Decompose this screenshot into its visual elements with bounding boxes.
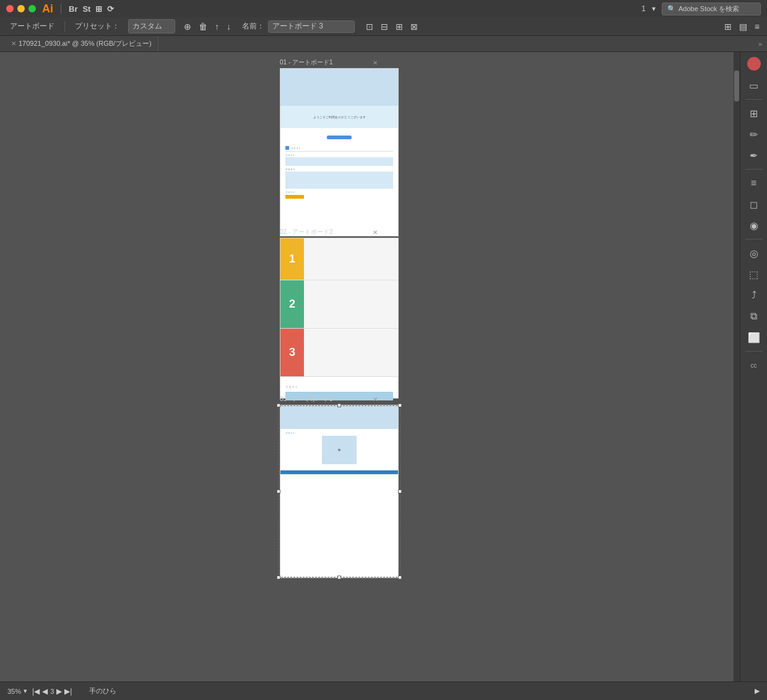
arrange-icon[interactable]: ⊠ — [408, 20, 420, 33]
status-bar: 35% ▾ |◀ ◀ 3 ▶ ▶| 手のひら ▶ — [0, 681, 767, 700]
handle-ml[interactable] — [277, 490, 280, 493]
layers-icon[interactable]: ⧉ — [744, 308, 764, 325]
title-bar: Ai Br St ⊞ ⟳ 1 ▾ 🔍 Adobe Stock を検索 — [0, 0, 767, 17]
artboard-3-label: 03 - アートボード3 ✕ — [280, 395, 378, 404]
search-icon: 🔍 — [667, 5, 676, 13]
ab2-content-2 — [304, 280, 398, 328]
menu-bar: アートボード プリセット： カスタム ⊕ 🗑 ↑ ↓ 名前： ⊡ ⊟ ⊞ ⊠ ⊞… — [0, 17, 767, 36]
distribute-v-icon[interactable]: ⊞ — [393, 20, 405, 33]
handle-tl[interactable] — [277, 404, 280, 407]
ab1-field-1: テキスト — [285, 153, 393, 166]
artboard-3-close[interactable]: ✕ — [336, 396, 378, 403]
brush-icon[interactable]: ✏ — [744, 126, 764, 143]
transform-icon[interactable]: ◻ — [744, 196, 764, 213]
panel-separator-3 — [745, 239, 763, 240]
tab-close-icon[interactable]: ✕ — [11, 40, 16, 47]
prev-page-icon[interactable]: ◀ — [42, 687, 48, 696]
cc-libraries-icon[interactable]: cc — [744, 356, 764, 374]
ab1-hero-text: ようこそご利用ありがとうございます — [313, 115, 366, 119]
scrollbar-thumb[interactable] — [734, 71, 739, 102]
maximize-button[interactable] — [28, 5, 36, 12]
current-tool: 手のひら — [89, 686, 116, 696]
new-artboard-icon[interactable]: ⊕ — [181, 20, 194, 33]
handle-tm[interactable] — [337, 404, 341, 407]
sync-icon[interactable]: ⟳ — [107, 4, 114, 14]
bridge-icon[interactable]: Br — [69, 4, 77, 14]
search-box[interactable]: 🔍 Adobe Stock を検索 — [662, 2, 761, 15]
first-page-icon[interactable]: |◀ — [32, 687, 40, 696]
ab1-checkbox-label: テキスト — [291, 147, 301, 150]
last-page-icon[interactable]: ▶| — [64, 687, 72, 696]
search-placeholder: Adobe Stock を検索 — [678, 4, 739, 14]
export-icon[interactable]: ⤴ — [744, 287, 764, 304]
radial-icon[interactable]: ◎ — [744, 244, 764, 262]
preset-label: プリセット： — [70, 19, 124, 33]
handle-mr[interactable] — [398, 490, 402, 493]
ab2-footer-text: テキスト — [285, 385, 298, 389]
ab1-textarea-label: テキスト — [285, 168, 393, 171]
ab2-content-3 — [304, 329, 398, 376]
pencil-icon[interactable]: ✒ — [744, 147, 764, 164]
ab1-field-1-label: テキスト — [285, 153, 393, 157]
ab2-num-2: 2 — [280, 280, 304, 328]
handle-bm[interactable] — [337, 576, 341, 579]
ab3-section-label: テキスト — [285, 431, 393, 434]
move-up-icon[interactable]: ↑ — [212, 20, 222, 33]
scrollbar-vertical[interactable] — [734, 52, 740, 681]
gradient-panel-icon[interactable]: ▭ — [744, 77, 764, 94]
view-icon[interactable]: ▤ — [737, 20, 750, 33]
panel-separator-2 — [745, 169, 763, 170]
appearance-icon[interactable]: ◉ — [744, 217, 764, 234]
name-label: 名前： — [242, 21, 264, 32]
preset-dropdown[interactable]: カスタム — [128, 19, 175, 33]
ab2-row-3: 3 — [280, 329, 398, 377]
artboard-3-wrapper: 03 - アートボード3 ✕ テキスト — [280, 395, 399, 578]
menu-icon2[interactable]: ≡ — [752, 20, 762, 33]
tab-label: 170921_0930.ai* @ 35% (RGB/プレビュー) — [19, 39, 152, 48]
artboard-menu-item[interactable]: アートボード — [5, 19, 59, 33]
ab2-num-3: 3 — [280, 329, 304, 376]
artboard-1-close[interactable]: ✕ — [336, 59, 378, 66]
ab1-cta-button[interactable] — [327, 136, 352, 139]
align-icon[interactable]: ≡ — [744, 175, 764, 192]
handle-tr[interactable] — [398, 404, 402, 407]
artboard-3: テキスト — [280, 405, 399, 578]
status-zoom: 35% ▾ — [7, 687, 27, 695]
perspective-icon[interactable]: ⬚ — [744, 266, 764, 283]
ab1-textarea-area: テキスト — [285, 168, 393, 189]
close-button[interactable] — [6, 5, 14, 12]
align-left-icon[interactable]: ⊡ — [363, 20, 376, 33]
canvas-area[interactable]: 01 - アートボード1 ✕ ようこそご利用ありがとうございます — [0, 52, 740, 681]
artboard-name-input[interactable] — [268, 20, 355, 33]
ab2-row-1: 1 — [280, 238, 398, 280]
ab1-checkbox[interactable] — [285, 146, 289, 150]
handle-bl[interactable] — [277, 576, 280, 579]
ab1-field-1-input[interactable] — [285, 157, 393, 166]
swatch-icon[interactable]: ⊞ — [744, 105, 764, 122]
move-down-icon[interactable]: ↓ — [224, 20, 233, 33]
zoom-dropdown-icon[interactable]: ▾ — [24, 687, 27, 695]
artboard-1: ようこそご利用ありがとうございます テキスト テキスト — [280, 68, 399, 236]
stock-icon[interactable]: St — [82, 4, 90, 14]
ab1-textarea[interactable] — [285, 171, 393, 189]
ab3-square-box — [322, 436, 357, 464]
minimize-button[interactable] — [17, 5, 25, 12]
distribute-h-icon[interactable]: ⊟ — [378, 20, 391, 33]
grid2-icon[interactable]: ⊞ — [722, 20, 734, 33]
handle-br[interactable] — [398, 576, 402, 579]
artboard-icon[interactable]: ⬜ — [744, 329, 764, 346]
ab2-content-1 — [304, 238, 398, 280]
collapse-panel-icon[interactable]: » — [758, 40, 762, 48]
artboard-2-close[interactable]: ✕ — [336, 229, 378, 236]
artboard-2-label: 02 - アートボード2 ✕ — [280, 228, 378, 236]
next-page-icon[interactable]: ▶ — [56, 687, 62, 696]
document-tab[interactable]: ✕ 170921_0930.ai* @ 35% (RGB/プレビュー) — [5, 37, 158, 51]
artboard-2-wrapper: 02 - アートボード2 ✕ 1 2 3 — [280, 228, 399, 399]
color-panel-icon[interactable] — [747, 57, 761, 71]
grid-icon[interactable]: ⊞ — [95, 4, 102, 14]
chevron-icon[interactable]: ▾ — [652, 4, 656, 13]
ab1-footer-text: テキスト — [285, 191, 393, 194]
ab1-cta-section — [280, 128, 398, 144]
delete-artboard-icon[interactable]: 🗑 — [196, 20, 210, 33]
ab1-divider — [285, 151, 393, 152]
